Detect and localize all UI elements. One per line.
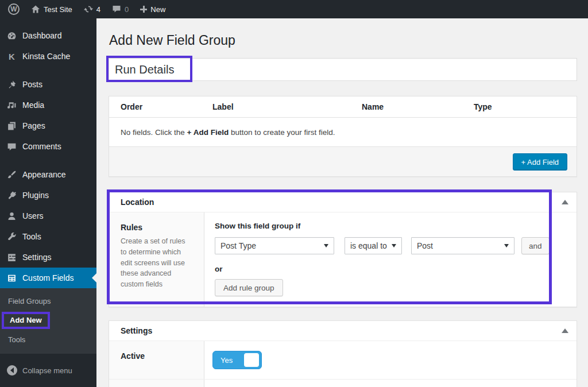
submenu-item-add-new[interactable]: Add New: [0, 309, 96, 331]
sidebar-item-label: Kinsta Cache: [22, 52, 70, 61]
rules-label-column: Rules Create a set of rules to determine…: [109, 212, 204, 307]
rule-operator-select[interactable]: is equal to: [345, 237, 402, 254]
fields-table-footer: + Add Field: [109, 146, 577, 176]
pages-icon: [7, 121, 17, 131]
sidebar-item-plugins[interactable]: Plugins: [0, 185, 96, 206]
admin-menu: Dashboard K Kinsta Cache Posts Media Pa: [0, 18, 96, 381]
next-setting-row: [109, 380, 577, 387]
submenu-item-field-groups[interactable]: Field Groups: [0, 293, 96, 309]
active-setting-content: Yes: [204, 341, 577, 379]
sidebar-item-label: Settings: [22, 253, 52, 262]
sidebar-item-label: Pages: [22, 121, 45, 130]
settings-metabox: Settings Active Yes: [109, 320, 577, 387]
custom-fields-table-icon: [7, 273, 17, 283]
rules-description: Create a set of rules to determine which…: [121, 236, 192, 290]
admin-bar: W Test Site 4 0 New: [0, 0, 588, 18]
updates-count: 4: [96, 5, 100, 14]
no-fields-message: No fields. Click the + Add Field button …: [109, 118, 577, 146]
sidebar-item-comments[interactable]: Comments: [0, 136, 96, 157]
next-setting-label-cell: [109, 380, 204, 387]
sidebar-item-dashboard[interactable]: Dashboard: [0, 25, 96, 46]
active-setting-row: Active Yes: [109, 341, 577, 380]
sidebar-item-appearance[interactable]: Appearance: [0, 164, 96, 185]
site-name-link[interactable]: Test Site: [25, 0, 78, 18]
new-label: New: [150, 5, 165, 14]
active-label: Active: [109, 341, 204, 379]
dashboard-gauge-icon: [7, 31, 17, 41]
settings-sliders-icon: [7, 253, 17, 262]
sidebar-item-custom-fields[interactable]: Custom Fields: [0, 268, 96, 288]
rule-row: Post Type is equal to Post and: [215, 237, 566, 254]
collapse-menu-button[interactable]: Collapse menu: [0, 359, 96, 381]
collapse-arrow-icon: [7, 365, 17, 376]
next-setting-content: [204, 380, 577, 387]
rule-param-select[interactable]: Post Type: [215, 237, 334, 254]
fields-table-header: Order Label Name Type: [109, 96, 577, 118]
sidebar-item-label: Posts: [22, 80, 42, 89]
location-title: Location: [121, 198, 154, 207]
chevron-down-icon: [392, 244, 396, 247]
submenu-item-tools[interactable]: Tools: [0, 331, 96, 348]
sidebar-item-media[interactable]: Media: [0, 95, 96, 115]
add-rule-group-button[interactable]: Add rule group: [215, 279, 283, 296]
chevron-down-icon: [504, 244, 509, 247]
sidebar-item-label: Comments: [22, 142, 61, 151]
no-fields-text: No fields. Click the: [121, 128, 187, 137]
wrench-icon: [7, 232, 17, 242]
rules-label: Rules: [121, 223, 192, 232]
submenu-item-label: Add New: [10, 316, 42, 324]
custom-fields-submenu: Field Groups Add New Tools: [0, 288, 96, 354]
location-metabox-header[interactable]: Location: [109, 192, 577, 212]
collapse-menu-label: Collapse menu: [22, 366, 72, 375]
wp-logo-menu[interactable]: W: [0, 0, 25, 18]
sidebar-item-label: Media: [22, 100, 44, 110]
toggle-on-label: Yes: [213, 356, 233, 365]
new-content-link[interactable]: New: [134, 0, 171, 18]
comments-link[interactable]: 0: [106, 0, 134, 18]
sidebar-item-label: Dashboard: [22, 31, 62, 40]
location-metabox: Location Rules Create a set of rules to …: [109, 192, 577, 307]
comments-count: 0: [125, 5, 129, 14]
column-header-type: Type: [474, 102, 565, 111]
and-rule-button[interactable]: and: [521, 237, 550, 254]
rule-value-value: Post: [417, 241, 433, 250]
rule-value-select[interactable]: Post: [411, 237, 514, 254]
paintbrush-icon: [7, 170, 17, 180]
rule-param-value: Post Type: [220, 241, 256, 250]
fields-table: Order Label Name Type No fields. Click t…: [109, 96, 577, 177]
settings-metabox-header[interactable]: Settings: [109, 321, 577, 341]
kinsta-logo-icon: K: [7, 52, 17, 61]
settings-title: Settings: [121, 326, 152, 335]
location-metabox-body: Rules Create a set of rules to determine…: [109, 212, 577, 307]
show-if-label: Show this field group if: [215, 222, 566, 230]
sidebar-item-label: Appearance: [22, 170, 66, 179]
or-label: or: [215, 265, 566, 273]
annotation-box-add-new: Add New: [2, 312, 50, 329]
collapse-toggle-icon[interactable]: [562, 328, 568, 333]
sidebar-item-posts[interactable]: Posts: [0, 74, 96, 95]
media-icon: [7, 100, 17, 110]
sidebar-item-label: Plugins: [22, 191, 49, 200]
no-fields-bold-text: + Add Field: [187, 128, 229, 137]
sidebar-item-label: Users: [22, 211, 44, 220]
no-fields-text-suffix: button to create your first field.: [229, 128, 335, 137]
comments-icon: [7, 142, 17, 152]
sidebar-item-pages[interactable]: Pages: [0, 115, 96, 136]
field-group-title-input[interactable]: [109, 58, 577, 81]
rules-content-column: Show this field group if Post Type is eq…: [204, 212, 577, 307]
plugin-icon: [7, 191, 17, 200]
title-field-wrap: [109, 58, 577, 81]
sidebar-item-users[interactable]: Users: [0, 206, 96, 226]
updates-link[interactable]: 4: [78, 0, 106, 18]
collapse-toggle-icon[interactable]: [562, 200, 568, 204]
home-icon: [31, 5, 40, 14]
active-toggle[interactable]: Yes: [212, 351, 262, 369]
sidebar-item-kinsta-cache[interactable]: K Kinsta Cache: [0, 46, 96, 67]
main-content: Add New Field Group Order Label Name Typ…: [96, 18, 588, 387]
sidebar-item-settings[interactable]: Settings: [0, 247, 96, 268]
sidebar-item-tools[interactable]: Tools: [0, 226, 96, 247]
plus-icon: [140, 6, 147, 13]
wordpress-logo-icon: W: [8, 3, 20, 15]
comment-bubble-icon: [112, 5, 121, 14]
add-field-button[interactable]: + Add Field: [513, 153, 567, 171]
